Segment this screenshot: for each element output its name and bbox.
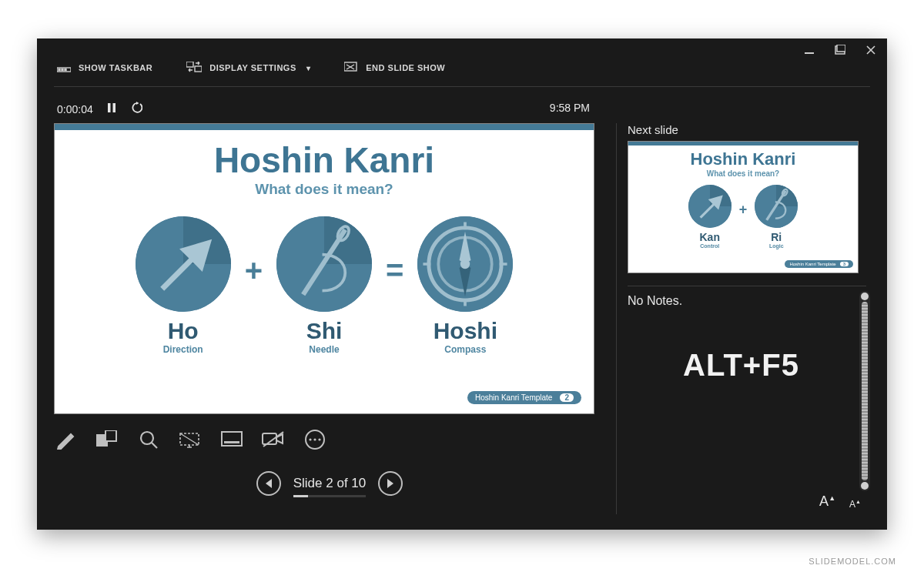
scroll-down-icon[interactable] xyxy=(861,482,869,490)
decrease-font-button[interactable]: A▲ xyxy=(849,499,861,510)
thumb-footer-page: 3 xyxy=(840,262,849,266)
taskbar-icon xyxy=(57,62,71,74)
zoom-button[interactable] xyxy=(137,428,160,451)
notes-font-size-controls: A▲ A▲ xyxy=(819,493,861,510)
concept-ho-word: Ho xyxy=(168,318,199,344)
thumb-plus-operator: + xyxy=(739,202,748,232)
subtitle-button[interactable] xyxy=(220,428,243,451)
slide-footer-text: Hoshin Kanri Template xyxy=(475,393,552,402)
svg-rect-9 xyxy=(186,62,193,67)
concept-shi: Shi Needle xyxy=(276,216,372,355)
left-pane: Hoshin Kanri What does it mean? xyxy=(54,123,605,514)
presenter-view-window: SHOW TASKBAR DISPLAY SETTINGS xyxy=(37,38,887,530)
thumb-kan-word: Kan xyxy=(700,231,720,243)
thumb-ri-word: Ri xyxy=(771,231,782,243)
svg-rect-8 xyxy=(65,69,66,71)
slide-navigation: Slide 2 of 10 xyxy=(54,471,605,496)
slide-concepts: Ho Direction + xyxy=(55,216,594,355)
thumb-footer-pill: Hoshin Kanri Template 3 xyxy=(785,260,853,268)
slide-counter-prefix: Slide xyxy=(293,476,326,490)
slide-subtitle: What does it mean? xyxy=(55,181,594,198)
svg-rect-10 xyxy=(195,66,202,72)
swap-display-icon xyxy=(186,62,202,74)
svg-rect-34 xyxy=(224,441,239,443)
equals-operator: = xyxy=(386,253,403,319)
pause-timer-button[interactable] xyxy=(107,102,116,115)
thumb-concept-kan: Kan Control xyxy=(688,185,732,249)
svg-point-30 xyxy=(141,432,153,444)
end-show-icon xyxy=(344,62,358,74)
show-taskbar-button[interactable]: SHOW TASKBAR xyxy=(57,62,152,74)
chevron-down-icon xyxy=(304,63,311,72)
notes-area: No Notes. ALT+F5 xyxy=(628,294,870,514)
svg-line-31 xyxy=(152,443,157,448)
notes-scrollbar[interactable] xyxy=(859,291,870,491)
previous-slide-button[interactable] xyxy=(256,471,281,496)
slide-progress-bar xyxy=(293,495,367,497)
display-settings-button[interactable]: DISPLAY SETTINGS xyxy=(186,62,310,74)
concept-hoshi-word: Hoshi xyxy=(434,318,497,344)
maximize-button[interactable] xyxy=(835,45,845,55)
top-toolbar: SHOW TASKBAR DISPLAY SETTINGS xyxy=(57,62,445,74)
presenter-tools xyxy=(54,428,605,451)
slide-title: Hoshin Kanri xyxy=(55,139,594,181)
svg-point-40 xyxy=(318,438,320,440)
thumb-subtitle: What does it mean? xyxy=(628,169,858,178)
svg-rect-7 xyxy=(62,69,63,71)
vertical-divider[interactable] xyxy=(616,123,617,514)
arrow-icon xyxy=(688,185,732,228)
svg-rect-2 xyxy=(837,45,845,52)
black-screen-button[interactable] xyxy=(179,428,202,451)
next-slide-button[interactable] xyxy=(378,471,403,496)
svg-rect-6 xyxy=(59,69,60,71)
slide-counter-current: 2 xyxy=(326,476,333,490)
pen-tool-button[interactable] xyxy=(54,428,77,451)
concept-shi-word: Shi xyxy=(306,318,343,344)
needle-icon xyxy=(755,185,798,228)
display-settings-label: DISPLAY SETTINGS xyxy=(209,63,296,72)
next-slide-thumbnail[interactable]: Hoshin Kanri What does it mean? Kan Cont… xyxy=(628,141,859,273)
minimize-button[interactable] xyxy=(804,45,815,55)
scroll-track[interactable] xyxy=(862,302,868,480)
notes-placeholder: No Notes. xyxy=(628,294,682,514)
elapsed-time: 0:00:04 xyxy=(57,103,93,115)
thumb-kan-meaning: Control xyxy=(700,243,719,249)
svg-rect-29 xyxy=(105,430,116,441)
toolbar-divider xyxy=(54,86,870,87)
concept-ho-meaning: Direction xyxy=(163,344,203,355)
svg-rect-14 xyxy=(108,103,111,112)
see-all-slides-button[interactable] xyxy=(95,428,119,451)
shortcut-overlay: ALT+F5 xyxy=(628,348,855,383)
end-slide-show-button[interactable]: END SLIDE SHOW xyxy=(344,62,445,74)
main-area: Hoshin Kanri What does it mean? xyxy=(54,123,870,514)
slide-counter-of: of xyxy=(333,476,352,490)
window-controls xyxy=(804,45,876,55)
reset-timer-button[interactable] xyxy=(130,102,142,116)
scroll-up-icon[interactable] xyxy=(861,293,869,300)
concept-ho: Ho Direction xyxy=(136,216,231,355)
end-slide-show-label: END SLIDE SHOW xyxy=(366,63,445,72)
timer-row: 0:00:04 xyxy=(57,102,142,116)
more-options-button[interactable] xyxy=(303,428,326,451)
next-slide-header: Next slide xyxy=(628,123,870,136)
slide-accent-bar xyxy=(55,124,594,130)
thumb-footer-text: Hoshin Kanri Template xyxy=(789,262,835,266)
arrow-icon xyxy=(136,216,231,312)
right-pane: Next slide Hoshin Kanri What does it mea… xyxy=(628,123,870,514)
current-slide[interactable]: Hoshin Kanri What does it mean? xyxy=(54,123,594,414)
camera-off-button[interactable] xyxy=(262,428,285,451)
thumb-concepts: Kan Control + Ri Logic xyxy=(628,185,858,249)
slide-counter: Slide 2 of 10 xyxy=(293,476,367,491)
compass-icon xyxy=(417,216,513,312)
slide-footer-page: 2 xyxy=(560,393,574,402)
thumb-concept-ri: Ri Logic xyxy=(755,185,798,249)
svg-point-23 xyxy=(460,259,470,269)
increase-font-button[interactable]: A▲ xyxy=(819,493,835,510)
svg-point-39 xyxy=(313,438,316,440)
right-divider[interactable] xyxy=(628,286,866,286)
watermark: SLIDEMODEL.COM xyxy=(808,557,896,566)
close-button[interactable] xyxy=(865,45,876,55)
concept-hoshi: Hoshi Compass xyxy=(417,216,513,355)
svg-rect-33 xyxy=(222,432,242,446)
svg-rect-15 xyxy=(112,103,116,112)
